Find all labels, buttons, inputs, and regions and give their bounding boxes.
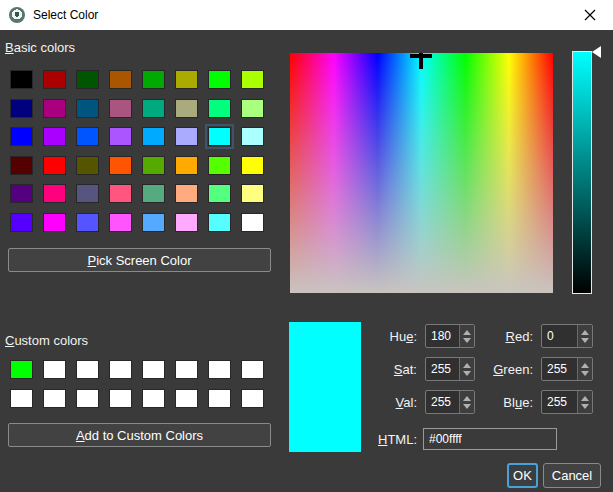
green-spinbox[interactable]: 255 <box>541 357 593 381</box>
custom-color-swatch[interactable] <box>76 389 99 408</box>
blue-label: Blue: <box>450 395 533 410</box>
blue-spin-buttons[interactable] <box>577 391 592 413</box>
blue-spinbox[interactable]: 255 <box>541 390 593 414</box>
basic-color-swatch[interactable] <box>109 213 132 232</box>
basic-color-swatch[interactable] <box>43 156 66 175</box>
basic-color-swatch[interactable] <box>175 213 198 232</box>
basic-color-swatch[interactable] <box>43 184 66 203</box>
basic-color-swatch[interactable] <box>76 184 99 203</box>
custom-color-swatch[interactable] <box>10 389 33 408</box>
red-spinbox[interactable]: 0 <box>541 324 593 348</box>
basic-color-swatch[interactable] <box>10 127 33 146</box>
red-value[interactable]: 0 <box>542 325 577 347</box>
basic-color-swatch[interactable] <box>208 70 231 89</box>
add-to-custom-colors-button[interactable]: Add to Custom Colors <box>8 423 271 447</box>
cancel-button[interactable]: Cancel <box>543 463 601 488</box>
custom-color-swatch[interactable] <box>208 360 231 379</box>
custom-color-swatch[interactable] <box>76 360 99 379</box>
custom-color-swatch[interactable] <box>241 360 264 379</box>
green-spin-buttons[interactable] <box>577 358 592 380</box>
spin-down-icon[interactable] <box>581 371 589 376</box>
basic-color-swatch[interactable] <box>142 156 165 175</box>
custom-color-swatch[interactable] <box>175 389 198 408</box>
basic-color-swatch[interactable] <box>10 184 33 203</box>
basic-color-swatch-selected[interactable] <box>208 127 231 146</box>
basic-color-swatch[interactable] <box>76 213 99 232</box>
basic-color-swatch[interactable] <box>142 127 165 146</box>
basic-color-swatch[interactable] <box>43 127 66 146</box>
basic-color-swatch[interactable] <box>142 99 165 118</box>
basic-color-swatch[interactable] <box>208 99 231 118</box>
basic-color-swatch[interactable] <box>10 70 33 89</box>
basic-color-swatch[interactable] <box>109 99 132 118</box>
basic-colors-grid <box>10 70 264 232</box>
close-icon <box>583 8 597 22</box>
basic-color-swatch[interactable] <box>10 99 33 118</box>
custom-colors-label: Custom colors <box>5 333 88 348</box>
basic-color-swatch[interactable] <box>76 156 99 175</box>
custom-color-swatch[interactable] <box>142 389 165 408</box>
basic-color-swatch[interactable] <box>10 213 33 232</box>
custom-color-swatch[interactable] <box>175 360 198 379</box>
basic-color-swatch[interactable] <box>175 70 198 89</box>
value-slider-arrow-icon[interactable] <box>592 46 601 58</box>
spin-up-icon[interactable] <box>581 330 589 335</box>
custom-color-swatch[interactable] <box>142 360 165 379</box>
basic-color-swatch[interactable] <box>142 70 165 89</box>
green-value[interactable]: 255 <box>542 358 577 380</box>
basic-color-swatch[interactable] <box>142 184 165 203</box>
custom-color-swatch[interactable] <box>109 360 132 379</box>
select-color-dialog: Select Color Basic colors Pick Screen Co… <box>0 0 613 492</box>
basic-color-swatch[interactable] <box>109 184 132 203</box>
custom-color-swatch[interactable] <box>208 389 231 408</box>
basic-colors-label: Basic colors <box>5 40 75 55</box>
basic-color-swatch[interactable] <box>241 70 264 89</box>
basic-color-swatch[interactable] <box>241 99 264 118</box>
basic-color-swatch[interactable] <box>109 70 132 89</box>
basic-color-swatch[interactable] <box>175 184 198 203</box>
basic-color-swatch[interactable] <box>10 156 33 175</box>
basic-color-swatch[interactable] <box>43 99 66 118</box>
custom-color-swatch[interactable] <box>109 389 132 408</box>
hue-label: Hue: <box>340 329 417 344</box>
custom-color-swatch[interactable] <box>43 389 66 408</box>
basic-color-swatch[interactable] <box>109 156 132 175</box>
basic-color-swatch[interactable] <box>241 156 264 175</box>
basic-color-swatch[interactable] <box>109 127 132 146</box>
pick-screen-color-button[interactable]: Pick Screen Color <box>8 248 271 272</box>
basic-color-swatch[interactable] <box>76 99 99 118</box>
basic-color-swatch[interactable] <box>175 156 198 175</box>
blue-value[interactable]: 255 <box>542 391 577 413</box>
basic-color-swatch[interactable] <box>175 127 198 146</box>
custom-color-swatch[interactable] <box>43 360 66 379</box>
close-button[interactable] <box>567 0 613 30</box>
basic-color-swatch[interactable] <box>241 127 264 146</box>
basic-color-swatch[interactable] <box>241 184 264 203</box>
basic-color-swatch[interactable] <box>142 213 165 232</box>
html-label: HTML: <box>340 432 417 447</box>
red-label: Red: <box>450 329 533 344</box>
spin-up-icon[interactable] <box>581 363 589 368</box>
basic-color-swatch[interactable] <box>208 156 231 175</box>
custom-color-swatch[interactable] <box>10 360 33 379</box>
basic-color-swatch[interactable] <box>43 213 66 232</box>
html-color-input[interactable] <box>423 428 557 450</box>
red-spin-buttons[interactable] <box>577 325 592 347</box>
basic-color-swatch[interactable] <box>76 70 99 89</box>
hue-saturation-map[interactable] <box>290 53 553 293</box>
spin-down-icon[interactable] <box>581 338 589 343</box>
window-title: Select Color <box>33 8 98 22</box>
basic-color-swatch[interactable] <box>76 127 99 146</box>
sat-label: Sat: <box>340 362 417 377</box>
value-slider[interactable] <box>572 51 592 294</box>
basic-color-swatch[interactable] <box>208 213 231 232</box>
basic-color-swatch[interactable] <box>43 70 66 89</box>
basic-color-swatch[interactable] <box>208 184 231 203</box>
spin-down-icon[interactable] <box>581 404 589 409</box>
basic-color-swatch[interactable] <box>241 213 264 232</box>
ok-button[interactable]: OK <box>507 463 538 488</box>
titlebar[interactable]: Select Color <box>0 0 613 30</box>
custom-color-swatch[interactable] <box>241 389 264 408</box>
basic-color-swatch[interactable] <box>175 99 198 118</box>
spin-up-icon[interactable] <box>581 396 589 401</box>
